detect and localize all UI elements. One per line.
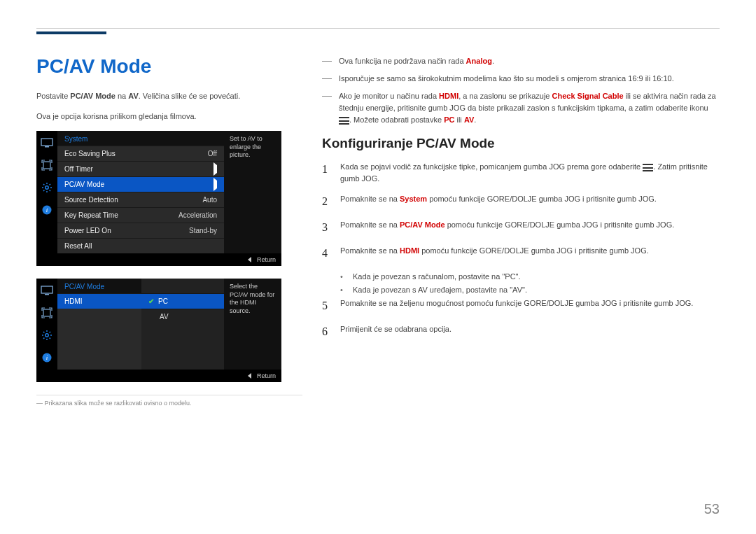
step-5: 5 Pomaknite se na željenu mogućnost pomo…	[322, 297, 720, 315]
osd-side-icons: i	[36, 279, 57, 370]
intro-paragraph-2: Ova je opcija korisna prilikom gledanja …	[36, 111, 302, 122]
gear-icon	[40, 329, 54, 342]
step-1: 1 Kada se pojavi vodič za funkcijske tip…	[322, 161, 720, 185]
back-arrow-icon	[248, 373, 251, 379]
info-icon: i	[40, 204, 54, 216]
footnote: ― Prikazana slika može se razlikovati ov…	[36, 400, 302, 407]
note-item: ― Ova funkcija ne podržava način rada An…	[322, 55, 720, 67]
info-icon: i	[40, 351, 54, 364]
osd-system-menu: i System Eco Saving PlusOff Off Timer PC…	[36, 131, 281, 266]
picture-size-icon	[40, 159, 54, 171]
osd-description: Set to AV to enlarge the picture.	[224, 131, 281, 253]
page-number: 53	[704, 501, 720, 517]
osd-row: Off Timer	[57, 161, 224, 176]
chevron-right-icon	[214, 178, 217, 191]
osd-row: Power LED OnStand-by	[57, 223, 224, 238]
svg-rect-6	[41, 286, 52, 293]
osd-option: AV	[141, 309, 224, 324]
menu-icon	[339, 117, 349, 125]
osd-footer: Return	[36, 370, 281, 382]
back-arrow-icon	[248, 257, 251, 262]
osd-pcav-submenu: i PC/AV Mode HDMI . ✔PC AV Select the PC…	[36, 279, 281, 382]
chevron-right-icon	[214, 162, 217, 176]
step-4-sub-a: •Kada je povezan s računalom, postavite …	[340, 271, 720, 283]
step-4-sub-b: •Kada je povezan s AV uređajem, postavit…	[340, 284, 720, 296]
osd-row: Source DetectionAuto	[57, 192, 224, 207]
svg-rect-2	[43, 162, 50, 169]
check-icon: ✔	[148, 297, 154, 305]
osd-header: PC/AV Mode	[57, 279, 141, 293]
osd-row: Eco Saving PlusOff	[57, 146, 224, 161]
page-title: PC/AV Mode	[36, 55, 302, 78]
osd-option-selected: ✔PC	[141, 293, 224, 309]
osd-row: Key Repeat TimeAcceleration	[57, 207, 224, 223]
step-2: 2 Pomaknite se na System pomoću funkcije…	[322, 193, 720, 211]
note-item: ― Isporučuje se samo sa širokokutnim mod…	[322, 73, 720, 85]
intro-paragraph-1: Postavite PC/AV Mode na AV. Veličina sli…	[36, 90, 302, 102]
step-4: 4 Pomaknite se na HDMI pomoću funkcije G…	[322, 245, 720, 262]
osd-row-selected: PC/AV Mode	[57, 176, 224, 192]
menu-icon	[643, 164, 653, 171]
gear-icon	[40, 181, 54, 194]
svg-point-9	[46, 334, 48, 337]
svg-rect-8	[43, 309, 50, 316]
svg-rect-1	[45, 146, 49, 148]
display-icon	[40, 284, 54, 297]
svg-point-3	[46, 186, 48, 189]
step-6: 6 Primijenit će se odabrana opcija.	[322, 323, 720, 341]
step-3: 3 Pomaknite se na PC/AV Mode pomoću funk…	[322, 219, 720, 237]
osd-description: Select the PC/AV mode for the HDMI sourc…	[224, 279, 281, 370]
picture-size-icon	[40, 307, 54, 319]
osd-row-selected: HDMI	[57, 293, 141, 309]
osd-row: Reset All	[57, 238, 224, 253]
svg-rect-7	[45, 294, 49, 295]
osd-side-icons: i	[36, 131, 57, 253]
header-accent-bar	[36, 31, 106, 34]
osd-header: System	[57, 131, 224, 146]
section-heading: Konfiguriranje PC/AV Mode	[322, 136, 720, 151]
display-icon	[40, 136, 54, 149]
svg-rect-0	[41, 139, 52, 146]
note-item: ― Ako je monitor u načinu rada HDMI, a n…	[322, 90, 720, 126]
osd-footer: Return	[36, 253, 281, 266]
